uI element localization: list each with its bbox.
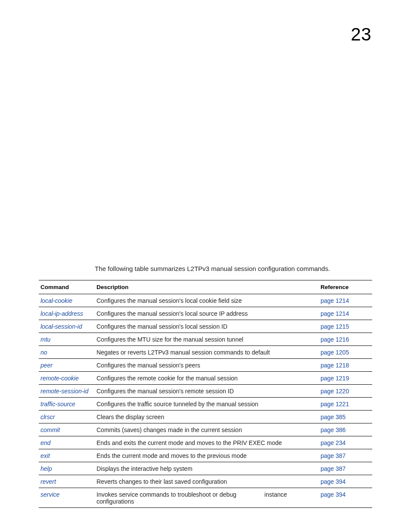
reference-link[interactable]: page 387 (321, 465, 346, 472)
description-text: Negates or reverts L2TPv3 manual session… (97, 349, 270, 356)
command-link[interactable]: peer (40, 362, 53, 369)
table-row: exitEnds the current mode and moves to t… (39, 449, 372, 462)
command-link[interactable]: mtu (40, 336, 50, 343)
intro-text: The following table summarizes L2TPv3 ma… (95, 265, 372, 272)
description-text: Displays the interactive help system (97, 465, 193, 472)
reference-link[interactable]: page 385 (321, 414, 346, 420)
reference-link[interactable]: page 1219 (321, 375, 349, 382)
description-text: Configures the manual session's local co… (97, 297, 242, 304)
reference-link[interactable]: page 1218 (321, 362, 349, 369)
table-row: clrscrClears the display screenpage 385 (39, 411, 372, 423)
description-text-line2: configurations (97, 498, 317, 505)
description-text: Configures the manual session's remote s… (97, 388, 234, 395)
table-row: noNegates or reverts L2TPv3 manual sessi… (39, 346, 372, 359)
command-link[interactable]: help (40, 465, 52, 472)
page-number: 23 (351, 24, 371, 45)
reference-link[interactable]: page 1216 (321, 336, 349, 343)
command-link[interactable]: end (40, 439, 50, 446)
table-row: remote-cookieConfigures the remote cooki… (39, 372, 372, 385)
reference-link[interactable]: page 394 (321, 478, 346, 485)
command-link[interactable]: no (40, 349, 47, 356)
reference-link[interactable]: page 234 (321, 439, 346, 446)
command-link[interactable]: local-ip-address (40, 310, 83, 317)
commands-table: Command Description Reference local-cook… (39, 280, 372, 508)
description-text: Clears the display screen (97, 414, 164, 420)
table-row: endEnds and exits the current mode and m… (39, 436, 372, 449)
table-row: remote-session-idConfigures the manual s… (39, 385, 372, 398)
command-link[interactable]: traffic-source (40, 401, 75, 408)
reference-link[interactable]: page 1214 (321, 297, 349, 304)
command-link[interactable]: exit (40, 452, 50, 459)
table-row: helpDisplays the interactive help system… (39, 462, 372, 475)
command-link[interactable]: service (40, 491, 59, 498)
reference-link[interactable]: page 1214 (321, 310, 349, 317)
description-text: Configures the traffic source tunneled b… (97, 401, 258, 408)
reference-link[interactable]: page 387 (321, 452, 346, 459)
description-text: Invokes service commands to troubleshoot… (97, 491, 237, 498)
command-link[interactable]: local-cookie (40, 297, 72, 304)
description-extra: instance (265, 491, 317, 498)
description-text: Configures the manual session's peers (97, 362, 200, 369)
command-link[interactable]: remote-session-id (40, 388, 88, 395)
reference-link[interactable]: page 1221 (321, 401, 349, 408)
document-page: 23 The following table summarizes L2TPv3… (0, 0, 411, 532)
header-reference: Reference (319, 280, 372, 294)
description-text: Ends the current mode and moves to the p… (97, 452, 247, 459)
table-row: peerConfigures the manual session's peer… (39, 359, 372, 372)
table-row: serviceInvokes service commands to troub… (39, 488, 372, 508)
reference-link[interactable]: page 1205 (321, 349, 349, 356)
command-link[interactable]: local-session-id (40, 323, 82, 330)
table-row: local-ip-addressConfigures the manual se… (39, 307, 372, 320)
table-header-row: Command Description Reference (39, 280, 372, 294)
reference-link[interactable]: page 1220 (321, 388, 349, 395)
table-row: commitCommits (saves) changes made in th… (39, 423, 372, 436)
command-link[interactable]: clrscr (40, 414, 55, 420)
description-text: Commits (saves) changes made in the curr… (97, 426, 242, 433)
reference-link[interactable]: page 386 (321, 426, 346, 433)
table-row: revertReverts changes to their last save… (39, 475, 372, 488)
reference-link[interactable]: page 394 (321, 491, 346, 498)
description-text: Reverts changes to their last saved conf… (97, 478, 227, 485)
table-row: local-cookieConfigures the manual sessio… (39, 294, 372, 307)
command-link[interactable]: remote-cookie (40, 375, 79, 382)
reference-link[interactable]: page 1215 (321, 323, 349, 330)
description-text: Configures the remote cookie for the man… (97, 375, 238, 382)
table-row: traffic-sourceConfigures the traffic sou… (39, 398, 372, 411)
description-text: Configures the manual session's local se… (97, 323, 227, 330)
command-link[interactable]: commit (40, 426, 60, 433)
description-text: Ends and exits the current mode and move… (97, 439, 282, 446)
table-row: mtuConfigures the MTU size for the manua… (39, 333, 372, 346)
description-text: Configures the manual session's local so… (97, 310, 248, 317)
command-link[interactable]: revert (40, 478, 56, 485)
table-row: local-session-idConfigures the manual se… (39, 320, 372, 333)
header-command: Command (39, 280, 95, 294)
header-description: Description (95, 280, 319, 294)
description-text: Configures the MTU size for the manual s… (97, 336, 243, 343)
